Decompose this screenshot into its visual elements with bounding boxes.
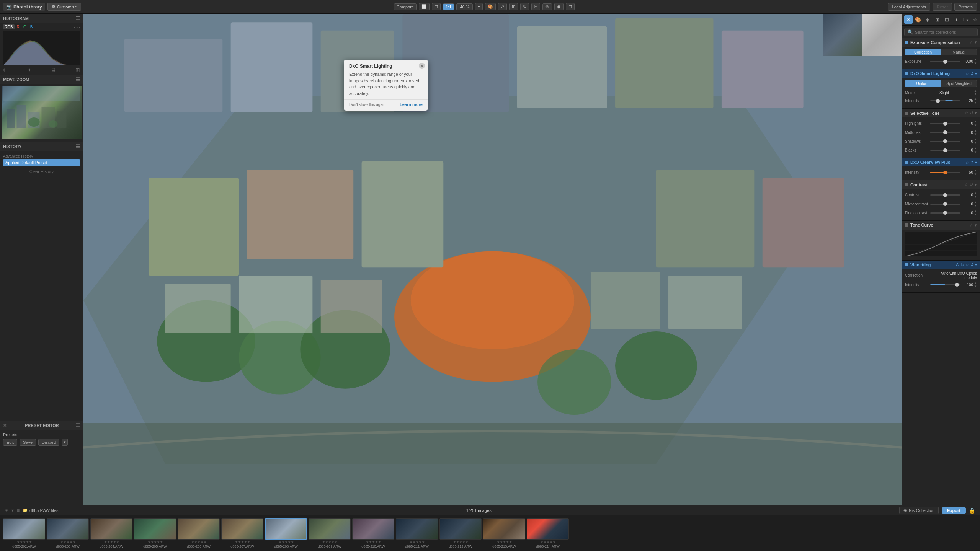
contrast-reset-icon[interactable]: ↺ [970,182,973,187]
exposure-star-icon[interactable]: ☆ [969,40,973,45]
history-item-default[interactable]: Applied Default Preset [3,159,80,166]
film-thumbnail[interactable] [352,518,394,540]
film-thumbnail[interactable] [178,518,220,540]
film-item[interactable]: ★★★★★d885-204.ARW [90,518,132,548]
filter-icon[interactable]: ▾ [11,508,14,513]
fc-up[interactable]: ▲ [974,209,977,213]
thumbnail-view[interactable] [2,86,82,139]
fit-btn[interactable]: ⊡ [432,3,441,10]
highlights-up[interactable]: ▲ [974,120,977,124]
geometry-icon[interactable]: ⊞ [933,15,941,24]
mc-up[interactable]: ▲ [974,201,977,204]
fine-contrast-thumb[interactable] [943,211,947,215]
midtones-thumb[interactable] [943,130,947,134]
watermark-icon[interactable]: ⊟ [942,15,951,24]
customize-tab[interactable]: ⚙ Customize [47,3,81,11]
exposure-down[interactable]: ▼ [974,62,977,65]
microcontrast-thumb[interactable] [943,202,947,206]
cv-down[interactable]: ▼ [974,173,977,176]
vign-up[interactable]: ▲ [974,281,977,285]
sl-chevron-icon[interactable]: ▾ [975,72,977,76]
lock-icon[interactable]: 🔒 [969,507,975,514]
shadows-slider[interactable] [930,141,960,142]
st-star-icon[interactable]: ☆ [964,111,968,116]
film-thumbnail[interactable] [221,518,263,540]
compare2-btn[interactable]: ⊟ [566,3,575,10]
film-item[interactable]: ★★★★★d885-213.ARW [483,518,525,548]
film-item[interactable]: ★★★★★d885-210.ARW [352,518,394,548]
film-item[interactable]: ★★★★★d885-208.ARW [265,518,307,548]
frame-btn[interactable]: ⬜ [419,3,430,10]
contrast-up[interactable]: ▲ [974,191,977,195]
film-thumbnail[interactable] [134,518,176,540]
shadows-up[interactable]: ▲ [974,138,977,142]
uniform-button[interactable]: Uniform [905,80,941,87]
history-menu-icon[interactable]: ☰ [76,144,80,149]
film-item[interactable]: ★★★★★d885-211.ARW [396,518,438,548]
blacks-down[interactable]: ▼ [974,150,977,154]
contrast-down[interactable]: ▼ [974,195,977,199]
vign-reset-icon[interactable]: ↺ [970,262,973,267]
repair-btn[interactable]: ✂ [531,3,540,10]
sl-up[interactable]: ▲ [974,97,977,101]
film-item[interactable]: ★★★★★d885-212.ARW [439,518,482,548]
contrast-star-icon[interactable]: ☆ [964,182,968,187]
mode-down[interactable]: ▼ [974,93,977,96]
film-item[interactable]: ★★★★★d885-205.ARW [134,518,176,548]
fc-down[interactable]: ▼ [974,213,977,217]
tooltip-close-button[interactable]: ✕ [419,63,425,69]
film-thumbnail[interactable] [265,518,307,540]
vign-chevron-icon[interactable]: ▾ [975,262,977,267]
film-item[interactable]: ★★★★★d885-209.ARW [309,518,351,548]
learn-more-button[interactable]: Learn more [400,102,423,107]
blacks-thumb[interactable] [943,148,947,152]
microcontrast-slider[interactable] [930,204,960,205]
clear-history-button[interactable]: Clear History [3,169,80,174]
highlights-thumb[interactable] [943,122,947,126]
cv-thumb[interactable] [943,171,947,174]
film-item[interactable]: ★★★★★d885-206.ARW [178,518,220,548]
contrast-slider[interactable] [930,194,960,196]
film-thumbnail[interactable] [47,518,89,540]
presets-button[interactable]: Presets [954,3,977,11]
save-preset-btn[interactable]: Save [20,439,36,446]
film-item[interactable]: ★★★★★d885-207.ARW [221,518,263,548]
film-thumbnail[interactable] [396,518,438,540]
g-tab[interactable]: G [22,24,28,29]
sl-down[interactable]: ▼ [974,101,977,105]
film-item[interactable]: ★★★★★d885-214.ARW [527,518,569,548]
exposure-up[interactable]: ▲ [974,58,977,62]
tc-chevron-icon[interactable]: ▾ [975,223,977,228]
vignetting-header[interactable]: Vignetting Auto ☆ ↺ ▾ [902,261,980,269]
vign-thumb[interactable] [955,283,959,287]
filter-view-btn[interactable]: ◉ [554,3,564,10]
exposure-thumb[interactable] [943,60,947,64]
cv-chevron-icon[interactable]: ▾ [975,160,977,165]
crop-btn[interactable]: ⊞ [509,3,518,10]
film-thumbnail[interactable] [309,518,351,540]
highlights-down[interactable]: ▼ [974,124,977,127]
compare-button[interactable]: Compare [394,3,416,10]
st-chevron-icon[interactable]: ▾ [975,111,977,116]
blacks-slider[interactable] [930,150,960,151]
light-icon[interactable]: ☀ [904,15,913,24]
nik-collection-button[interactable]: ◉ Nik Collection [899,507,939,514]
star-icon[interactable]: ☆ [973,17,978,23]
vign-intensity-slider[interactable] [930,284,960,285]
metadata-icon[interactable]: ℹ [952,15,960,24]
shadows-down[interactable]: ▼ [974,141,977,145]
fx-icon[interactable]: Fx [962,15,970,24]
highlights-slider[interactable] [930,123,960,124]
film-thumbnail[interactable] [90,518,132,540]
contrast-chevron-icon[interactable]: ▾ [975,182,977,187]
film-thumbnail[interactable] [483,518,525,540]
contrast-thumb[interactable] [943,193,947,197]
film-item[interactable]: ★★★★★d885-202.ARW [3,518,45,548]
l-tab[interactable]: L [35,24,40,29]
midtones-slider[interactable] [930,132,960,133]
sort-icon[interactable]: ⊞ [5,508,8,513]
exposure-slider[interactable] [930,61,960,62]
rgb-tab[interactable]: RGB [3,24,15,29]
histogram-menu-icon[interactable]: ☰ [76,16,80,21]
contrast-header[interactable]: Contrast ☆ ↺ ▾ [902,180,980,189]
